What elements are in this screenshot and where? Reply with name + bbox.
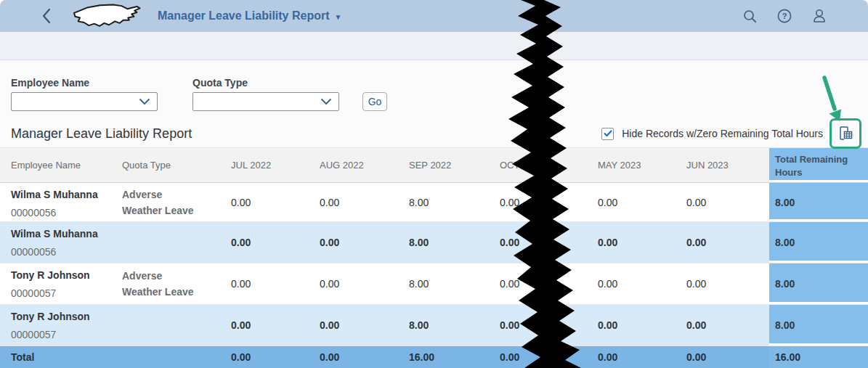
search-icon[interactable] <box>743 9 757 23</box>
cell-aug-2022: 0.00 <box>318 263 407 304</box>
cell-quota-type: Adverse Weather Leave <box>122 263 230 304</box>
employee-id: 00000056 <box>11 206 56 220</box>
employee-name: Tony R Johnson <box>11 269 90 282</box>
app-title-menu[interactable]: Manager Leave Liability Report ▼ <box>158 9 341 23</box>
export-to-spreadsheet-icon <box>837 125 854 142</box>
cell-total-remaining: 8.00 <box>769 305 868 345</box>
cell-may-2023: 0.00 <box>596 346 685 368</box>
go-button[interactable]: Go <box>362 92 387 111</box>
cell-jul-2022: 0.00 <box>230 263 318 304</box>
column-header-employee-name[interactable]: Employee Name <box>0 148 122 182</box>
cell-sep-2022: 8.00 <box>407 263 498 304</box>
cell-jun-2023: 0.00 <box>685 263 769 304</box>
cell-oct-2022: 0.00 <box>498 346 596 368</box>
north-carolina-state-logo <box>70 2 142 30</box>
user-icon[interactable] <box>812 9 827 23</box>
cell-jun-2023: 0.00 <box>685 305 769 345</box>
chevron-down-icon <box>139 98 150 105</box>
report-title: Manager Leave Liability Report <box>11 126 192 142</box>
cell-employee: Wilma S Muhanna 00000056 <box>0 183 122 221</box>
cell-oct-2022: 0.00 <box>498 183 596 221</box>
cell-jun-2023: 0.00 <box>685 183 769 221</box>
cell-may-2023: 0.00 <box>596 263 685 304</box>
back-button[interactable] <box>41 8 52 24</box>
cell-sep-2022: 8.00 <box>407 305 498 345</box>
cell-jul-2022: 0.00 <box>230 183 318 221</box>
employee-name-select[interactable] <box>11 92 158 111</box>
cell-aug-2022: 0.00 <box>318 305 407 345</box>
cell-may-2023: 0.00 <box>596 222 685 263</box>
chevron-down-icon: ▼ <box>335 12 342 21</box>
column-header-total-remaining-hours[interactable]: Total Remaining Hours <box>769 148 868 182</box>
cell-total-remaining: 8.00 <box>769 263 868 304</box>
cell-employee: Wilma S Muhanna 00000056 <box>0 222 122 263</box>
hide-zero-checkbox-label: Hide Records w/Zero Remaining Total Hour… <box>622 128 823 139</box>
cell-oct-2022: 0.00 <box>498 263 596 304</box>
table-total-row: Total 0.00 0.00 16.00 0.00 0.00 0.00 16.… <box>0 346 868 368</box>
shell-header-bar: Manager Leave Liability Report ▼ ? <box>0 0 868 32</box>
cell-jun-2023: 0.00 <box>685 222 769 263</box>
cell-oct-2022: 0.00 <box>498 222 596 263</box>
table-row: Tony R Johnson 00000057 Adverse Weather … <box>0 263 868 305</box>
report-header: Manager Leave Liability Report Hide Reco… <box>0 120 868 147</box>
employee-id: 00000057 <box>11 287 56 300</box>
cell-quota-type <box>122 346 230 368</box>
chevron-left-icon <box>41 8 52 24</box>
hide-zero-checkbox[interactable] <box>601 128 614 140</box>
cell-employee: Tony R Johnson 00000057 <box>0 263 122 304</box>
cell-total-remaining: 8.00 <box>769 183 868 221</box>
export-to-spreadsheet-button[interactable] <box>833 122 858 145</box>
chevron-down-icon <box>320 98 332 105</box>
table-row-subtotal: Wilma S Muhanna 00000056 0.00 0.00 8.00 … <box>0 222 868 263</box>
table-header-row: Employee Name Quota Type JUL 2022 AUG 20… <box>0 147 868 183</box>
quota-type-select[interactable] <box>192 92 339 111</box>
table-row-subtotal: Tony R Johnson 00000057 0.00 0.00 8.00 0… <box>0 305 868 346</box>
cell-sep-2022: 8.00 <box>407 183 498 221</box>
cell-total-remaining: 16.00 <box>769 346 868 368</box>
column-header-jun-2023[interactable]: JUN 2023 <box>685 148 769 182</box>
column-header-quota-type[interactable]: Quota Type <box>122 148 230 182</box>
cell-jul-2022: 0.00 <box>230 305 318 345</box>
checkmark-icon <box>604 130 612 137</box>
shell-sub-strip <box>0 32 868 60</box>
cell-quota-type: Adverse Weather Leave <box>122 183 230 221</box>
cell-aug-2022: 0.00 <box>318 183 407 221</box>
column-header-oct-2022[interactable]: OCT 2022 <box>498 148 596 182</box>
cell-jul-2022: 0.00 <box>230 222 318 263</box>
report-table: Employee Name Quota Type JUL 2022 AUG 20… <box>0 147 868 368</box>
cell-aug-2022: 0.00 <box>318 346 407 368</box>
column-header-sep-2022[interactable]: SEP 2022 <box>407 148 498 182</box>
employee-name: Tony R Johnson <box>11 310 90 324</box>
cell-jun-2023: 0.00 <box>685 346 769 368</box>
cell-total-remaining: 8.00 <box>769 222 868 263</box>
column-header-aug-2022[interactable]: AUG 2022 <box>318 148 407 182</box>
employee-name-filter-label: Employee Name <box>11 77 158 89</box>
cell-may-2023: 0.00 <box>596 183 685 221</box>
employee-id: 00000057 <box>11 328 56 342</box>
total-label: Total <box>0 346 122 368</box>
column-header-jul-2022[interactable]: JUL 2022 <box>230 148 318 182</box>
cell-aug-2022: 0.00 <box>318 222 407 263</box>
manager-leave-liability-report-app: Manager Leave Liability Report ▼ ? <box>0 0 868 368</box>
employee-name: Wilma S Muhanna <box>11 227 98 241</box>
cell-oct-2022: 0.00 <box>498 305 596 345</box>
svg-text:?: ? <box>782 12 787 20</box>
employee-id: 00000056 <box>11 245 56 259</box>
cell-jul-2022: 0.00 <box>230 346 318 368</box>
filter-bar: Employee Name Quota Type Go <box>0 60 868 111</box>
app-title: Manager Leave Liability Report <box>158 9 330 23</box>
table-row: Wilma S Muhanna 00000056 Adverse Weather… <box>0 183 868 222</box>
column-header-may-2023[interactable]: MAY 2023 <box>596 148 685 182</box>
cell-quota-type <box>122 305 230 345</box>
cell-quota-type <box>122 222 230 263</box>
quota-type-filter-label: Quota Type <box>192 77 339 89</box>
cell-sep-2022: 8.00 <box>407 222 498 263</box>
cell-employee: Tony R Johnson 00000057 <box>0 305 122 345</box>
cell-may-2023: 0.00 <box>596 305 685 345</box>
employee-name: Wilma S Muhanna <box>11 188 98 202</box>
cell-sep-2022: 16.00 <box>407 346 498 368</box>
help-icon[interactable]: ? <box>777 9 792 23</box>
